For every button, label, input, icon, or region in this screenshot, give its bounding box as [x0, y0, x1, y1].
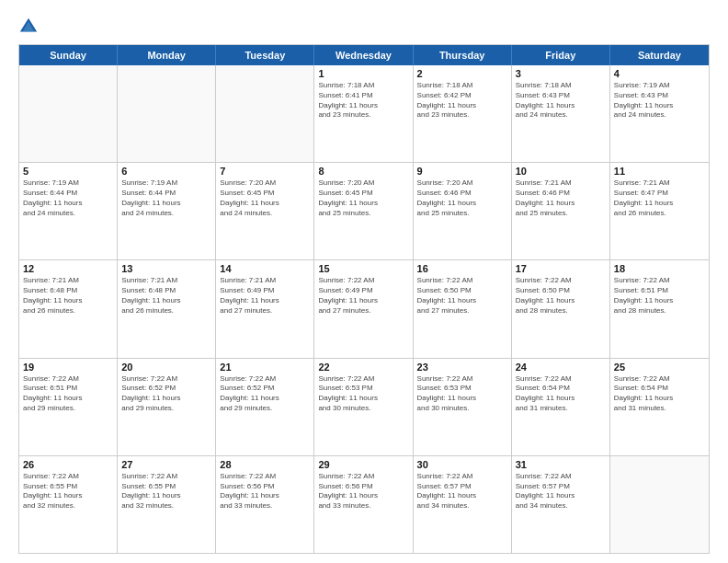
cell-info: Sunrise: 7:19 AMSunset: 6:44 PMDaylight:…: [23, 178, 113, 218]
day-number: 23: [417, 362, 507, 373]
weekday-header: Sunday: [19, 45, 118, 65]
calendar-cell: 16Sunrise: 7:22 AMSunset: 6:50 PMDayligh…: [414, 260, 512, 357]
calendar-cell: 18Sunrise: 7:22 AMSunset: 6:51 PMDayligh…: [610, 260, 709, 357]
day-number: 31: [516, 459, 606, 470]
cell-info: Sunrise: 7:22 AMSunset: 6:51 PMDaylight:…: [614, 276, 705, 316]
calendar-cell: 8Sunrise: 7:20 AMSunset: 6:45 PMDaylight…: [314, 163, 413, 259]
calendar-cell: 29Sunrise: 7:22 AMSunset: 6:56 PMDayligh…: [314, 456, 413, 553]
calendar-cell: 31Sunrise: 7:22 AMSunset: 6:57 PMDayligh…: [512, 456, 610, 553]
calendar-cell: 26Sunrise: 7:22 AMSunset: 6:55 PMDayligh…: [19, 456, 118, 553]
calendar: SundayMondayTuesdayWednesdayThursdayFrid…: [18, 44, 710, 554]
calendar-cell: 4Sunrise: 7:19 AMSunset: 6:43 PMDaylight…: [610, 65, 709, 162]
calendar-row: 19Sunrise: 7:22 AMSunset: 6:51 PMDayligh…: [19, 358, 709, 455]
cell-info: Sunrise: 7:22 AMSunset: 6:54 PMDaylight:…: [614, 374, 705, 414]
cell-info: Sunrise: 7:22 AMSunset: 6:49 PMDaylight:…: [318, 276, 408, 316]
calendar-cell: 13Sunrise: 7:21 AMSunset: 6:48 PMDayligh…: [118, 260, 216, 357]
day-number: 9: [417, 166, 507, 177]
day-number: 29: [318, 459, 408, 470]
calendar-cell: [216, 65, 314, 162]
day-number: 30: [417, 459, 507, 470]
calendar-cell: 14Sunrise: 7:21 AMSunset: 6:49 PMDayligh…: [216, 260, 314, 357]
calendar-cell: 23Sunrise: 7:22 AMSunset: 6:53 PMDayligh…: [414, 359, 512, 455]
calendar-cell: 6Sunrise: 7:19 AMSunset: 6:44 PMDaylight…: [118, 163, 216, 259]
day-number: 27: [121, 459, 211, 470]
cell-info: Sunrise: 7:18 AMSunset: 6:41 PMDaylight:…: [318, 81, 408, 121]
cell-info: Sunrise: 7:22 AMSunset: 6:55 PMDaylight:…: [23, 472, 113, 511]
cell-info: Sunrise: 7:22 AMSunset: 6:57 PMDaylight:…: [516, 472, 606, 511]
calendar-cell: 3Sunrise: 7:18 AMSunset: 6:43 PMDaylight…: [512, 65, 610, 162]
calendar-cell: 12Sunrise: 7:21 AMSunset: 6:48 PMDayligh…: [19, 260, 118, 357]
day-number: 7: [220, 166, 310, 177]
calendar-cell: 30Sunrise: 7:22 AMSunset: 6:57 PMDayligh…: [414, 456, 512, 553]
day-number: 1: [318, 68, 408, 79]
calendar-row: 12Sunrise: 7:21 AMSunset: 6:48 PMDayligh…: [19, 259, 709, 357]
header: [18, 17, 710, 37]
weekday-header: Wednesday: [314, 45, 413, 65]
calendar-cell: 10Sunrise: 7:21 AMSunset: 6:46 PMDayligh…: [512, 163, 610, 259]
day-number: 21: [220, 362, 310, 373]
calendar-cell: 19Sunrise: 7:22 AMSunset: 6:51 PMDayligh…: [19, 359, 118, 455]
cell-info: Sunrise: 7:20 AMSunset: 6:46 PMDaylight:…: [417, 178, 507, 218]
day-number: 12: [23, 263, 113, 274]
day-number: 11: [614, 166, 705, 177]
cell-info: Sunrise: 7:21 AMSunset: 6:46 PMDaylight:…: [516, 178, 606, 218]
weekday-header: Saturday: [610, 45, 709, 65]
day-number: 19: [23, 362, 113, 373]
cell-info: Sunrise: 7:19 AMSunset: 6:43 PMDaylight:…: [614, 81, 705, 121]
cell-info: Sunrise: 7:22 AMSunset: 6:56 PMDaylight:…: [318, 472, 408, 511]
calendar-cell: 24Sunrise: 7:22 AMSunset: 6:54 PMDayligh…: [512, 359, 610, 455]
logo-icon: [18, 17, 39, 37]
cell-info: Sunrise: 7:20 AMSunset: 6:45 PMDaylight:…: [318, 178, 408, 218]
weekday-header: Tuesday: [216, 45, 314, 65]
day-number: 10: [516, 166, 606, 177]
page: SundayMondayTuesdayWednesdayThursdayFrid…: [0, 0, 728, 563]
weekday-header: Thursday: [414, 45, 512, 65]
cell-info: Sunrise: 7:21 AMSunset: 6:47 PMDaylight:…: [614, 178, 705, 218]
day-number: 28: [220, 459, 310, 470]
calendar-cell: 21Sunrise: 7:22 AMSunset: 6:52 PMDayligh…: [216, 359, 314, 455]
calendar-cell: [19, 65, 118, 162]
calendar-cell: 22Sunrise: 7:22 AMSunset: 6:53 PMDayligh…: [314, 359, 413, 455]
cell-info: Sunrise: 7:22 AMSunset: 6:52 PMDaylight:…: [121, 374, 211, 414]
calendar-cell: 15Sunrise: 7:22 AMSunset: 6:49 PMDayligh…: [314, 260, 413, 357]
day-number: 26: [23, 459, 113, 470]
cell-info: Sunrise: 7:22 AMSunset: 6:54 PMDaylight:…: [516, 374, 606, 414]
calendar-cell: 27Sunrise: 7:22 AMSunset: 6:55 PMDayligh…: [118, 456, 216, 553]
cell-info: Sunrise: 7:22 AMSunset: 6:53 PMDaylight:…: [417, 374, 507, 414]
cell-info: Sunrise: 7:22 AMSunset: 6:55 PMDaylight:…: [121, 472, 211, 511]
calendar-cell: 17Sunrise: 7:22 AMSunset: 6:50 PMDayligh…: [512, 260, 610, 357]
cell-info: Sunrise: 7:21 AMSunset: 6:48 PMDaylight:…: [23, 276, 113, 316]
weekday-header: Friday: [512, 45, 610, 65]
weekday-header: Monday: [118, 45, 216, 65]
calendar-cell: 9Sunrise: 7:20 AMSunset: 6:46 PMDaylight…: [414, 163, 512, 259]
day-number: 5: [23, 166, 113, 177]
day-number: 16: [417, 263, 507, 274]
day-number: 4: [614, 68, 705, 79]
calendar-header: SundayMondayTuesdayWednesdayThursdayFrid…: [19, 45, 709, 65]
day-number: 24: [516, 362, 606, 373]
calendar-body: 1Sunrise: 7:18 AMSunset: 6:41 PMDaylight…: [19, 65, 709, 553]
day-number: 3: [516, 68, 606, 79]
calendar-row: 1Sunrise: 7:18 AMSunset: 6:41 PMDaylight…: [19, 65, 709, 162]
calendar-cell: 1Sunrise: 7:18 AMSunset: 6:41 PMDaylight…: [314, 65, 413, 162]
day-number: 14: [220, 263, 310, 274]
calendar-cell: 28Sunrise: 7:22 AMSunset: 6:56 PMDayligh…: [216, 456, 314, 553]
day-number: 13: [121, 263, 211, 274]
day-number: 25: [614, 362, 705, 373]
day-number: 6: [121, 166, 211, 177]
cell-info: Sunrise: 7:18 AMSunset: 6:43 PMDaylight:…: [516, 81, 606, 121]
calendar-cell: [610, 456, 709, 553]
calendar-cell: 5Sunrise: 7:19 AMSunset: 6:44 PMDaylight…: [19, 163, 118, 259]
day-number: 8: [318, 166, 408, 177]
cell-info: Sunrise: 7:22 AMSunset: 6:50 PMDaylight:…: [417, 276, 507, 316]
calendar-cell: 2Sunrise: 7:18 AMSunset: 6:42 PMDaylight…: [414, 65, 512, 162]
calendar-row: 5Sunrise: 7:19 AMSunset: 6:44 PMDaylight…: [19, 162, 709, 259]
cell-info: Sunrise: 7:18 AMSunset: 6:42 PMDaylight:…: [417, 81, 507, 121]
day-number: 17: [516, 263, 606, 274]
cell-info: Sunrise: 7:20 AMSunset: 6:45 PMDaylight:…: [220, 178, 310, 218]
day-number: 20: [121, 362, 211, 373]
day-number: 18: [614, 263, 705, 274]
cell-info: Sunrise: 7:22 AMSunset: 6:57 PMDaylight:…: [417, 472, 507, 511]
day-number: 2: [417, 68, 507, 79]
calendar-cell: [118, 65, 216, 162]
